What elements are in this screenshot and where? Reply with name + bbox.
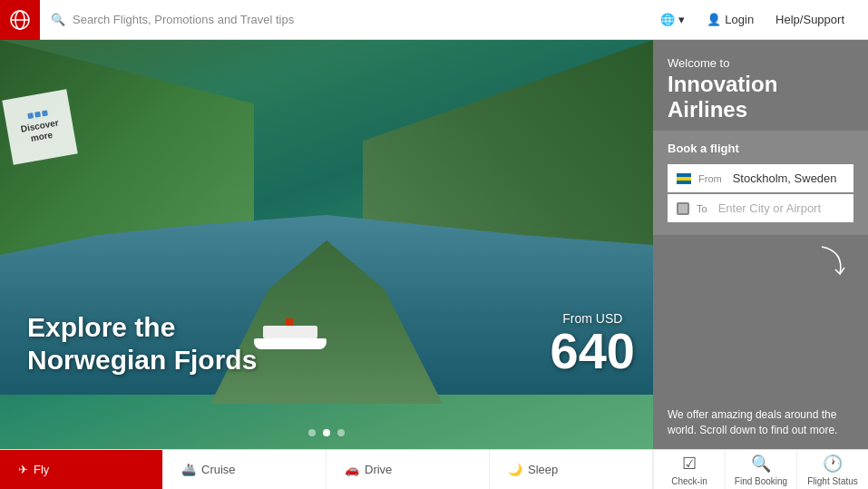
sleep-label: Sleep xyxy=(528,463,558,476)
search-icon: 🔍 xyxy=(51,13,65,26)
cruise-label: Cruise xyxy=(201,463,236,476)
drive-icon: 🚗 xyxy=(345,463,359,476)
carousel-dot-1[interactable] xyxy=(308,429,316,436)
hero-text: Explore the Norwegian Fjords xyxy=(27,311,257,377)
bottom-nav-right: ☑ Check-in 🔍 Find Booking 🕐 Flight Statu… xyxy=(653,450,868,489)
sweden-flag-icon xyxy=(677,173,691,184)
help-link[interactable]: Help/Support xyxy=(766,7,853,32)
welcome-title: Innovation Airlines xyxy=(668,72,853,122)
ship-deck xyxy=(263,326,317,338)
sidebar-deals: We offer amazing deals around the world.… xyxy=(653,235,868,449)
bottom-nav-left: ✈ Fly 🚢 Cruise 🚗 Drive 🌙 Sleep xyxy=(0,450,653,489)
discover-dots xyxy=(27,110,48,119)
nav-item-sleep[interactable]: 🌙 Sleep xyxy=(490,450,653,489)
checkin-action[interactable]: ☑ Check-in xyxy=(653,450,725,489)
cruise-icon: 🚢 xyxy=(181,463,196,476)
book-flight-panel: Book a flight From Stockholm, Sweden To … xyxy=(653,131,868,235)
deals-text: We offer amazing deals around the world.… xyxy=(668,407,853,438)
fly-icon: ✈ xyxy=(18,463,28,476)
language-selector[interactable]: 🌐 ▾ xyxy=(651,7,694,32)
flight-status-label: Flight Status xyxy=(807,476,858,486)
arrow-doodle-icon xyxy=(817,242,853,291)
price-amount: 640 xyxy=(551,326,635,377)
flight-status-icon: 🕐 xyxy=(823,454,843,474)
drive-label: Drive xyxy=(365,463,392,476)
from-value: Stockholm, Sweden xyxy=(733,171,837,185)
user-icon: 👤 xyxy=(707,13,721,26)
sidebar: Welcome to Innovation Airlines Book a fl… xyxy=(653,40,868,449)
find-booking-action[interactable]: 🔍 Find Booking xyxy=(725,450,796,489)
bottom-nav: ✈ Fly 🚢 Cruise 🚗 Drive 🌙 Sleep ☑ Check-i… xyxy=(0,449,868,489)
carousel-dots xyxy=(308,429,345,436)
to-label: To xyxy=(697,203,707,214)
nav-item-cruise[interactable]: 🚢 Cruise xyxy=(163,450,327,489)
airline-logo[interactable] xyxy=(0,0,40,40)
to-location-icon xyxy=(677,202,689,215)
welcome-sub: Welcome to xyxy=(668,56,853,70)
hero-title-line2: Norwegian Fjords xyxy=(27,344,257,377)
ship xyxy=(254,322,327,349)
hero-title: Explore the Norwegian Fjords xyxy=(27,311,257,377)
ship-hull xyxy=(254,338,327,349)
top-nav: 🔍 Search Flights, Promotions and Travel … xyxy=(0,0,868,40)
fly-label: Fly xyxy=(34,463,49,476)
sidebar-welcome: Welcome to Innovation Airlines xyxy=(653,40,868,131)
search-bar[interactable]: 🔍 Search Flights, Promotions and Travel … xyxy=(40,13,651,26)
login-button[interactable]: 👤 Login xyxy=(697,7,763,32)
carousel-dot-3[interactable] xyxy=(337,429,345,436)
search-placeholder: Search Flights, Promotions and Travel ti… xyxy=(73,13,294,26)
hero-background xyxy=(0,40,653,449)
to-input[interactable]: To Enter City or Airport xyxy=(668,194,853,222)
discover-line2: more xyxy=(30,130,54,144)
nav-right: 🌐 ▾ 👤 Login Help/Support xyxy=(651,7,868,32)
price-badge: From USD 640 xyxy=(551,311,635,377)
to-placeholder: Enter City or Airport xyxy=(718,201,821,215)
sleep-icon: 🌙 xyxy=(508,463,522,476)
nav-item-fly[interactable]: ✈ Fly xyxy=(0,450,163,489)
ship-funnel xyxy=(286,318,293,326)
checkin-label: Check-in xyxy=(671,476,707,486)
book-label: Book a flight xyxy=(668,142,853,155)
discover-badge[interactable]: Discover more xyxy=(2,89,77,164)
from-label: From xyxy=(698,173,722,184)
find-booking-label: Find Booking xyxy=(735,476,787,486)
globe-arrow: ▾ xyxy=(678,13,685,26)
hero-section: Discover more Explore the Norwegian Fjor… xyxy=(0,40,653,449)
flight-status-action[interactable]: 🕐 Flight Status xyxy=(796,450,868,489)
carousel-dot-2[interactable] xyxy=(323,429,330,436)
find-booking-icon: 🔍 xyxy=(751,454,771,474)
nav-item-drive[interactable]: 🚗 Drive xyxy=(327,450,490,489)
globe-icon: 🌐 xyxy=(660,13,675,26)
hero-title-line1: Explore the xyxy=(27,311,257,344)
from-input[interactable]: From Stockholm, Sweden xyxy=(668,164,853,192)
checkin-icon: ☑ xyxy=(682,454,697,474)
